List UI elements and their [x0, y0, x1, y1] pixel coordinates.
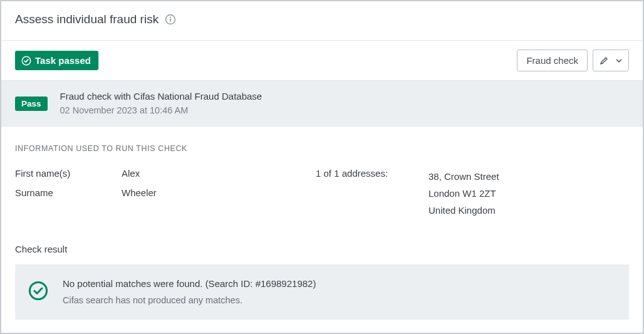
info-grid: First name(s) Alex Surname Wheeler 1 of …	[15, 168, 629, 219]
fraud-check-label: Fraud check	[526, 55, 578, 66]
edit-dropdown-button[interactable]	[593, 50, 629, 71]
toolbar-actions: Fraud check	[517, 50, 629, 71]
result-detail: Cifas search has not produced any matche…	[63, 293, 316, 308]
status-pill: Pass	[15, 97, 48, 111]
address-line-2: London W1 2ZT	[428, 185, 499, 202]
svg-rect-2	[170, 19, 171, 22]
task-passed-badge: Task passed	[15, 51, 98, 70]
fraud-check-button[interactable]: Fraud check	[517, 50, 588, 71]
task-passed-label: Task passed	[35, 55, 91, 66]
success-check-icon	[28, 280, 49, 304]
fraud-risk-panel: Assess individual fraud risk Task passed…	[0, 0, 644, 334]
address-value: 38, Crown Street London W1 2ZT United Ki…	[428, 168, 499, 219]
result-section: Check result No potential matches were f…	[1, 225, 643, 333]
summary-text: Fraud check with Cifas National Fraud Da…	[60, 90, 262, 117]
surname-label: Surname	[15, 187, 122, 198]
panel-header: Assess individual fraud risk	[1, 1, 643, 41]
result-title: Check result	[15, 244, 629, 254]
result-message: No potential matches were found. (Search…	[63, 276, 316, 308]
info-icon[interactable]	[165, 14, 176, 25]
svg-point-1	[170, 17, 171, 18]
address-line-3: United Kingdom	[428, 202, 499, 219]
section-label: INFORMATION USED TO RUN THIS CHECK	[15, 144, 629, 153]
check-summary: Pass Fraud check with Cifas National Fra…	[1, 81, 643, 127]
page-title: Assess individual fraud risk	[15, 13, 158, 26]
chevron-down-icon	[616, 58, 622, 64]
address-line-1: 38, Crown Street	[428, 168, 499, 185]
toolbar: Task passed Fraud check	[1, 41, 643, 81]
surname-value: Wheeler	[122, 187, 278, 198]
pencil-icon	[600, 56, 608, 65]
first-names-label: First name(s)	[15, 168, 122, 179]
address-fields: 1 of 1 addresses: 38, Crown Street Londo…	[316, 168, 499, 219]
first-names-value: Alex	[122, 168, 278, 179]
result-box: No potential matches were found. (Search…	[15, 264, 629, 320]
result-headline: No potential matches were found. (Search…	[63, 276, 316, 292]
check-circle-icon	[21, 56, 31, 66]
identity-fields: First name(s) Alex Surname Wheeler	[15, 168, 278, 219]
check-timestamp: 02 November 2023 at 10:46 AM	[60, 104, 262, 118]
check-title: Fraud check with Cifas National Fraud Da…	[60, 90, 262, 104]
info-section: INFORMATION USED TO RUN THIS CHECK First…	[1, 127, 643, 225]
addresses-label: 1 of 1 addresses:	[316, 168, 428, 219]
svg-point-4	[29, 282, 46, 299]
